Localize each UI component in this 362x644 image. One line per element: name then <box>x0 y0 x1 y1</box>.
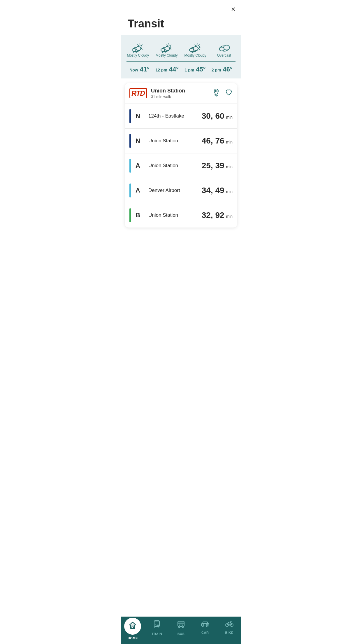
weather-item-2: Mostly Cloudy <box>181 42 210 57</box>
route-indicator-2 <box>129 159 131 173</box>
svg-line-36 <box>199 49 200 50</box>
route-min-label-1: min <box>225 140 233 144</box>
station-info: Union Station 31 min walk <box>151 88 213 99</box>
route-indicator-1 <box>129 134 131 148</box>
svg-point-10 <box>136 47 141 50</box>
temp-value-3: 46° <box>223 66 233 73</box>
svg-line-35 <box>195 45 195 45</box>
svg-line-28 <box>164 52 164 53</box>
weather-item-0: Mostly Cloudy <box>124 42 152 57</box>
route-min-label-3: min <box>225 189 233 194</box>
svg-point-11 <box>132 48 136 51</box>
rtd-logo-text: RTD <box>129 88 147 98</box>
close-button[interactable]: × <box>231 5 236 13</box>
weather-label-1: Mostly Cloudy <box>156 53 178 57</box>
temp-value-2: 45° <box>196 66 205 73</box>
temp-time-0: Now <box>129 68 138 72</box>
temp-2pm: 2 pm 46° <box>212 66 233 73</box>
route-time-4: 32, 92 min <box>202 211 233 220</box>
station-header: RTD Union Station 31 min walk <box>125 83 237 104</box>
route-letter-2: A <box>136 162 144 169</box>
route-min-label-2: min <box>225 164 233 169</box>
route-indicator-0 <box>129 109 131 123</box>
svg-line-42 <box>191 52 191 53</box>
route-time-1: 46, 76 min <box>202 136 233 146</box>
svg-point-25 <box>165 47 170 50</box>
route-row-1[interactable]: N Union Station 46, 76 min <box>125 129 237 153</box>
route-row-0[interactable]: N 124th - Eastlake 30, 60 min <box>125 104 237 129</box>
temperature-row: Now 41° 12 pm 44° 1 pm 45° 2 pm 46° <box>124 62 238 78</box>
svg-point-47 <box>219 47 224 51</box>
station-card: RTD Union Station 31 min walk <box>125 83 237 228</box>
station-name: Union Station <box>151 88 213 94</box>
weather-item-1: Mostly Cloudy <box>152 42 181 57</box>
route-indicator-4 <box>129 208 131 222</box>
weather-label-3: Overcast <box>217 53 231 57</box>
temp-12pm: 12 pm 44° <box>155 66 179 73</box>
svg-point-48 <box>215 90 217 92</box>
weather-label-0: Mostly Cloudy <box>127 53 149 57</box>
transit-section: RTD Union Station 31 min walk <box>121 78 241 232</box>
svg-line-6 <box>142 49 143 50</box>
svg-line-37 <box>199 45 200 45</box>
svg-point-46 <box>224 45 229 50</box>
svg-line-43 <box>192 52 193 53</box>
temp-1pm: 1 pm 45° <box>184 66 205 73</box>
temp-value-1: 44° <box>169 66 179 73</box>
route-min-label-0: min <box>225 115 233 120</box>
station-walk: 31 min walk <box>151 94 213 99</box>
temp-value-0: 41° <box>140 66 150 73</box>
route-time-2: 25, 39 min <box>202 161 233 170</box>
rtd-logo: RTD <box>129 89 147 97</box>
favorite-heart-icon[interactable] <box>225 89 233 98</box>
svg-line-7 <box>142 45 143 45</box>
route-row-2[interactable]: A Union Station 25, 39 min <box>125 153 237 178</box>
route-destination-4: Union Station <box>148 212 197 218</box>
route-letter-0: N <box>136 112 144 120</box>
temp-time-1: 12 pm <box>155 68 167 72</box>
temp-now: Now 41° <box>129 66 150 73</box>
route-destination-2: Union Station <box>148 163 197 169</box>
routes-list: N 124th - Eastlake 30, 60 min N Union St… <box>125 104 237 228</box>
station-actions <box>213 88 233 98</box>
svg-line-13 <box>135 52 136 53</box>
temp-time-3: 2 pm <box>212 68 221 72</box>
route-letter-3: A <box>136 187 144 194</box>
weather-item-3: Overcast <box>210 42 239 57</box>
route-destination-1: Union Station <box>148 138 197 144</box>
route-letter-4: B <box>136 211 144 219</box>
route-row-4[interactable]: B Union Station 32, 92 min <box>125 203 237 228</box>
svg-line-12 <box>133 52 134 53</box>
route-destination-3: Denver Airport <box>148 188 197 193</box>
svg-point-40 <box>194 47 198 50</box>
svg-line-22 <box>171 45 171 45</box>
route-time-0: 30, 60 min <box>202 111 233 121</box>
svg-line-27 <box>162 52 163 53</box>
page-title: Transit <box>121 0 241 35</box>
svg-line-20 <box>166 45 167 45</box>
route-indicator-3 <box>129 183 131 197</box>
route-min-label-4: min <box>225 214 233 219</box>
svg-point-41 <box>189 48 193 51</box>
route-row-3[interactable]: A Denver Airport 34, 49 min <box>125 178 237 203</box>
weather-label-2: Mostly Cloudy <box>184 53 206 57</box>
temp-time-2: 1 pm <box>184 68 194 72</box>
svg-line-5 <box>137 45 138 45</box>
location-pin-icon[interactable] <box>213 88 220 98</box>
weather-icons-row: Mostly Cloudy Mostly Cloudy <box>124 42 238 61</box>
route-destination-0: 124th - Eastlake <box>148 113 197 119</box>
route-time-3: 34, 49 min <box>202 186 233 195</box>
weather-section: Mostly Cloudy Mostly Cloudy <box>121 35 241 78</box>
svg-point-26 <box>161 48 165 51</box>
route-letter-1: N <box>136 137 144 145</box>
svg-line-21 <box>171 49 171 50</box>
